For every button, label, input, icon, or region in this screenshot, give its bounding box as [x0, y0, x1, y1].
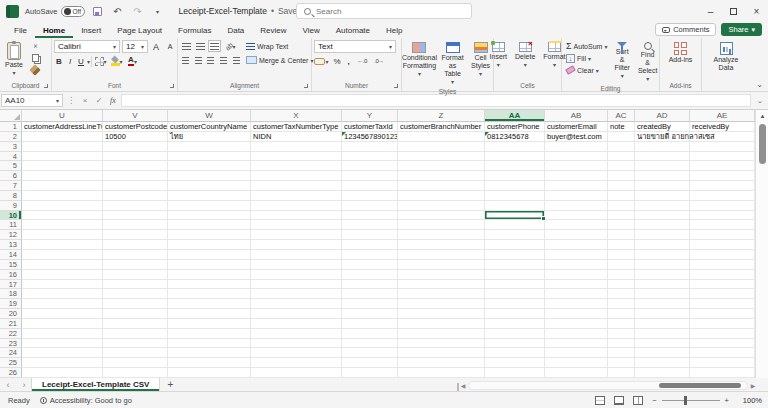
sheet-tab-active[interactable]: Leceipt-Excel-Template CSV	[32, 378, 159, 391]
font-dialog-launcher[interactable]	[170, 84, 174, 88]
cell-AD25[interactable]	[635, 358, 690, 368]
cell-X24[interactable]	[251, 348, 342, 358]
cell-U15[interactable]	[22, 260, 103, 270]
row-header-20[interactable]: 20	[0, 309, 22, 319]
cell-X20[interactable]	[251, 309, 342, 319]
ribbon-tab-home[interactable]: Home	[35, 24, 73, 38]
cell-Y26[interactable]	[342, 368, 398, 378]
cell-X1[interactable]: customerTaxNumberType	[251, 122, 342, 132]
autosave-toggle[interactable]: AutoSave Off	[25, 6, 85, 17]
ribbon-tab-page-layout[interactable]: Page Layout	[109, 24, 170, 38]
cell-AE3[interactable]	[690, 142, 755, 152]
cell-U10[interactable]	[22, 211, 103, 221]
row-header-19[interactable]: 19	[0, 299, 22, 309]
cell-AC3[interactable]	[608, 142, 635, 152]
cell-Y19[interactable]	[342, 299, 398, 309]
cell-Z17[interactable]	[398, 280, 485, 290]
cell-W18[interactable]	[168, 289, 251, 299]
cell-AE12[interactable]	[690, 230, 755, 240]
cell-U25[interactable]	[22, 358, 103, 368]
cell-AA25[interactable]	[485, 358, 545, 368]
cell-X18[interactable]	[251, 289, 342, 299]
cell-X13[interactable]	[251, 240, 342, 250]
cell-Y21[interactable]	[342, 319, 398, 329]
row-header-9[interactable]: 9	[0, 201, 22, 211]
paste-button[interactable]: Paste ▾	[2, 40, 26, 79]
cell-Z21[interactable]	[398, 319, 485, 329]
cell-AE17[interactable]	[690, 280, 755, 290]
accessibility-status[interactable]: Accessibility: Good to go	[40, 396, 132, 405]
cell-AA11[interactable]	[485, 220, 545, 230]
cell-AC16[interactable]	[608, 270, 635, 280]
row-header-16[interactable]: 16	[0, 270, 22, 280]
cell-U2[interactable]	[22, 132, 103, 142]
scroll-right-icon[interactable]: ▶	[748, 382, 758, 389]
cell-V20[interactable]	[103, 309, 168, 319]
align-right-button[interactable]	[205, 54, 217, 66]
align-top-button[interactable]	[180, 40, 193, 52]
row-header-18[interactable]: 18	[0, 289, 22, 299]
previous-sheet-button[interactable]: ‹	[0, 378, 16, 391]
row-header-4[interactable]: 4	[0, 152, 22, 162]
cell-Y22[interactable]	[342, 329, 398, 339]
cell-AB11[interactable]	[545, 220, 608, 230]
cell-W2[interactable]: ไทย	[168, 132, 251, 142]
cell-W3[interactable]	[168, 142, 251, 152]
cell-AE1[interactable]: receivedBy	[690, 122, 755, 132]
cell-AA14[interactable]	[485, 250, 545, 260]
cell-V16[interactable]	[103, 270, 168, 280]
cell-U22[interactable]	[22, 329, 103, 339]
cell-AA10[interactable]	[485, 211, 545, 221]
cell-AC2[interactable]	[608, 132, 635, 142]
maximize-button[interactable]	[722, 0, 745, 22]
ribbon-tab-formulas[interactable]: Formulas	[170, 24, 219, 38]
cell-AA3[interactable]	[485, 142, 545, 152]
cell-W1[interactable]: customerCountryName	[168, 122, 251, 132]
font-size-select[interactable]: 12 ▾	[122, 40, 148, 53]
cell-AE22[interactable]	[690, 329, 755, 339]
cell-AC14[interactable]	[608, 250, 635, 260]
cell-W26[interactable]	[168, 368, 251, 378]
cell-U21[interactable]	[22, 319, 103, 329]
horizontal-scrollbar[interactable]: ◀ ▶	[458, 380, 758, 390]
fill-color-button[interactable]: ▾	[109, 55, 124, 67]
cell-AE11[interactable]	[690, 220, 755, 230]
cell-AB10[interactable]	[545, 211, 608, 221]
cell-AC12[interactable]	[608, 230, 635, 240]
orientation-button[interactable]: ab▾	[222, 40, 238, 52]
cell-Y16[interactable]	[342, 270, 398, 280]
cell-X16[interactable]	[251, 270, 342, 280]
row-header-22[interactable]: 22	[0, 329, 22, 339]
row-header-3[interactable]: 3	[0, 142, 22, 152]
cell-Z24[interactable]	[398, 348, 485, 358]
find-select-button[interactable]: Find & Select ▾	[635, 40, 660, 85]
row-header-25[interactable]: 25	[0, 358, 22, 368]
cell-AC11[interactable]	[608, 220, 635, 230]
cell-V14[interactable]	[103, 250, 168, 260]
cell-AB24[interactable]	[545, 348, 608, 358]
cell-AE23[interactable]	[690, 339, 755, 349]
cell-U16[interactable]	[22, 270, 103, 280]
cell-AB1[interactable]: customerEmail	[545, 122, 608, 132]
cell-U4[interactable]	[22, 152, 103, 162]
autosave-switch[interactable]: Off	[61, 6, 85, 17]
cell-AA26[interactable]	[485, 368, 545, 378]
cell-AD13[interactable]	[635, 240, 690, 250]
cell-Z23[interactable]	[398, 339, 485, 349]
cell-Z1[interactable]: customerBranchNumber	[398, 122, 485, 132]
comma-style-button[interactable]: ,	[345, 55, 352, 67]
cell-X12[interactable]	[251, 230, 342, 240]
cell-AD18[interactable]	[635, 289, 690, 299]
cell-AD15[interactable]	[635, 260, 690, 270]
cell-AB15[interactable]	[545, 260, 608, 270]
cell-AA15[interactable]	[485, 260, 545, 270]
comments-button[interactable]: Comments	[655, 23, 716, 36]
cell-AC10[interactable]	[608, 211, 635, 221]
cell-AD7[interactable]	[635, 181, 690, 191]
ribbon-tab-view[interactable]: View	[295, 24, 328, 38]
vertical-scrollbar[interactable]: ▲	[755, 110, 768, 378]
cell-Y5[interactable]	[342, 161, 398, 171]
cell-Z16[interactable]	[398, 270, 485, 280]
cell-AA9[interactable]	[485, 201, 545, 211]
cell-AD6[interactable]	[635, 171, 690, 181]
